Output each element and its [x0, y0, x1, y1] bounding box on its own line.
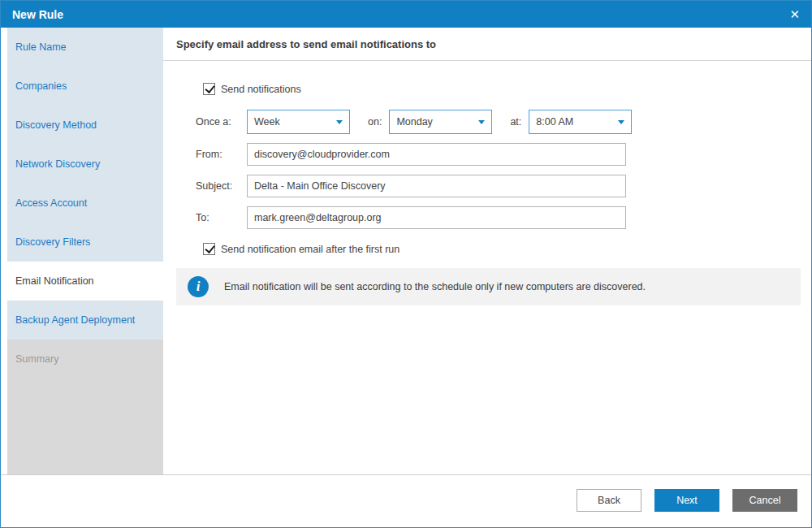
sidebar-disabled-section: Summary [7, 340, 163, 474]
from-label: From: [196, 149, 247, 160]
page-title: Specify email address to send email noti… [163, 28, 811, 61]
subject-label: Subject: [196, 180, 247, 192]
send-notifications-label: Send notifications [221, 84, 301, 95]
from-input[interactable] [247, 143, 626, 166]
next-button[interactable]: Next [654, 489, 719, 512]
wizard-steps-sidebar: Rule Name Companies Discovery Method Net… [7, 28, 163, 474]
wizard-footer: Back Next Cancel [1, 474, 811, 527]
first-run-label: Send notification email after the first … [221, 244, 400, 255]
to-label: To: [196, 212, 247, 223]
chevron-down-icon [618, 120, 624, 124]
time-dropdown[interactable]: 8:00 AM [529, 110, 632, 134]
close-icon[interactable]: ✕ [789, 8, 800, 20]
chevron-down-icon [336, 120, 343, 124]
sidebar-item-access-account[interactable]: Access Account [7, 184, 163, 223]
info-text: Email notification will be sent accordin… [224, 281, 646, 292]
info-icon: i [188, 276, 209, 297]
on-label: on: [368, 116, 382, 128]
send-notifications-checkbox[interactable] [203, 83, 215, 95]
to-input[interactable] [247, 206, 626, 229]
period-value: Week [254, 116, 336, 128]
day-value: Monday [396, 116, 478, 128]
email-notification-form: Send notifications Once a: Week on: Mond… [163, 61, 811, 305]
sidebar-item-discovery-method[interactable]: Discovery Method [7, 106, 163, 145]
cancel-button[interactable]: Cancel [732, 489, 797, 512]
chevron-down-icon [478, 120, 485, 124]
back-button[interactable]: Back [577, 489, 641, 512]
subject-input[interactable] [247, 175, 626, 197]
sidebar-item-network-discovery[interactable]: Network Discovery [7, 145, 163, 184]
time-value: 8:00 AM [536, 116, 618, 128]
sidebar-item-backup-agent-deployment[interactable]: Backup Agent Deployment [7, 301, 163, 340]
new-rule-dialog: New Rule ✕ Rule Name Companies Discovery… [0, 0, 812, 528]
window-title: New Rule [12, 8, 63, 21]
from-row: From: [196, 143, 798, 166]
sidebar-item-summary: Summary [7, 340, 163, 379]
first-run-checkbox[interactable] [203, 243, 215, 255]
to-row: To: [196, 206, 798, 229]
send-notifications-row: Send notifications [203, 83, 798, 95]
sidebar-item-rule-name[interactable]: Rule Name [7, 28, 163, 67]
main-panel: Specify email address to send email noti… [163, 28, 811, 474]
sidebar-item-email-notification[interactable]: Email Notification [7, 262, 163, 301]
period-dropdown[interactable]: Week [247, 110, 350, 134]
title-bar: New Rule ✕ [1, 1, 811, 28]
schedule-row: Once a: Week on: Monday at: 8:00 AM [196, 110, 798, 134]
sidebar-item-companies[interactable]: Companies [7, 67, 163, 106]
at-label: at: [510, 116, 521, 128]
first-run-row: Send notification email after the first … [203, 243, 798, 255]
sidebar-item-discovery-filters[interactable]: Discovery Filters [7, 223, 163, 262]
day-dropdown[interactable]: Monday [389, 110, 492, 134]
info-banner: i Email notification will be sent accord… [176, 268, 801, 305]
subject-row: Subject: [196, 175, 798, 197]
once-a-label: Once a: [196, 116, 247, 128]
